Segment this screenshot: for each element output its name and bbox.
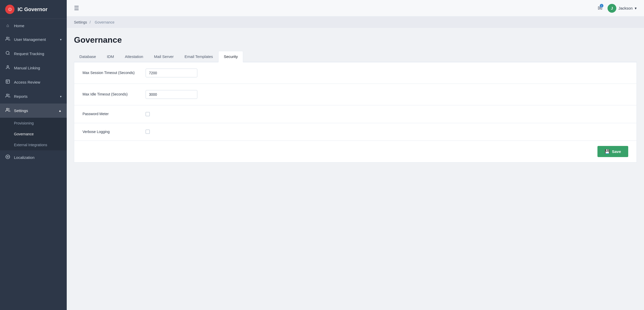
password-meter-checkbox-wrap <box>146 112 150 116</box>
sidebar-item-reports[interactable]: Reports ▾ <box>0 89 67 104</box>
breadcrumb: Settings / Governance <box>67 17 644 28</box>
user-management-arrow: ▾ <box>60 38 62 41</box>
max-session-input[interactable] <box>146 69 197 77</box>
svg-point-0 <box>6 37 8 39</box>
tab-security[interactable]: Security <box>218 51 243 62</box>
user-dropdown-arrow: ▾ <box>635 6 637 11</box>
svg-point-9 <box>7 156 9 158</box>
sidebar-item-request-tracking[interactable]: Request Tracking <box>0 47 67 61</box>
sidebar-logo: ⊙ IC Governor <box>0 0 67 19</box>
max-idle-input[interactable] <box>146 90 197 99</box>
verbose-logging-row: Verbose Logging <box>74 123 636 141</box>
content-area: Settings / Governance Governance Databas… <box>67 17 644 310</box>
sidebar-item-manual-linking-label: Manual Linking <box>14 66 40 70</box>
header-right: ✉ 1 J Jackson ▾ <box>598 4 637 13</box>
user-menu-button[interactable]: J Jackson ▾ <box>608 4 637 13</box>
password-meter-checkbox[interactable] <box>146 112 150 116</box>
localization-icon <box>5 154 10 160</box>
sidebar-item-settings[interactable]: Settings ▲ <box>0 104 67 118</box>
avatar: J <box>608 4 616 13</box>
sidebar-item-settings-label: Settings <box>14 108 28 113</box>
sidebar-item-localization-label: Localization <box>14 155 34 160</box>
max-session-row: Max Session Timeout (Seconds) <box>74 62 636 84</box>
sidebar-item-access-review[interactable]: Access Review <box>0 75 67 89</box>
user-name: Jackson <box>618 6 633 10</box>
save-button-label: Save <box>612 149 621 154</box>
breadcrumb-current: Governance <box>95 20 114 24</box>
tab-idm[interactable]: IDM <box>101 51 119 62</box>
tab-database[interactable]: Database <box>74 51 101 62</box>
save-row: 💾 Save <box>74 141 637 163</box>
page-title: Governance <box>74 35 637 45</box>
tab-attestation[interactable]: Attestation <box>119 51 149 62</box>
svg-point-10 <box>6 155 10 159</box>
svg-line-2 <box>9 54 9 55</box>
sidebar-item-home[interactable]: ⌂ Home <box>0 19 67 32</box>
max-idle-row: Max Idle Timeout (Seconds) <box>74 84 636 105</box>
access-review-icon <box>5 79 10 85</box>
sidebar-subitem-governance[interactable]: Governance <box>0 129 67 139</box>
app-logo-icon: ⊙ <box>5 5 14 14</box>
reports-icon <box>5 93 10 99</box>
verbose-logging-label: Verbose Logging <box>83 129 139 135</box>
svg-rect-4 <box>6 80 10 83</box>
home-icon: ⌂ <box>5 23 10 28</box>
settings-panel: Max Session Timeout (Seconds) Max Idle T… <box>74 62 637 141</box>
main-area: ☰ ✉ 1 J Jackson ▾ Settings / Governance … <box>67 0 644 310</box>
sidebar-subitem-provisioning-label: Provisioning <box>14 121 34 125</box>
mail-badge: 1 <box>600 4 603 8</box>
verbose-logging-checkbox-wrap <box>146 130 150 134</box>
svg-point-7 <box>6 94 8 95</box>
settings-icon <box>5 108 10 114</box>
save-button[interactable]: 💾 Save <box>597 146 628 157</box>
sidebar-item-manual-linking[interactable]: Manual Linking <box>0 61 67 75</box>
user-management-icon <box>5 36 10 42</box>
hamburger-button[interactable]: ☰ <box>74 5 79 12</box>
sidebar-item-access-review-label: Access Review <box>14 80 40 84</box>
tab-email-templates[interactable]: Email Templates <box>179 51 218 62</box>
sidebar-item-home-label: Home <box>14 24 24 28</box>
breadcrumb-parent[interactable]: Settings <box>74 20 87 24</box>
sidebar-item-user-management[interactable]: User Management ▾ <box>0 32 67 47</box>
password-meter-row: Password Meter <box>74 105 636 123</box>
max-session-label: Max Session Timeout (Seconds) <box>83 70 139 76</box>
sidebar-item-request-tracking-label: Request Tracking <box>14 51 44 56</box>
svg-point-1 <box>6 51 9 54</box>
manual-linking-icon <box>5 65 10 71</box>
password-meter-label: Password Meter <box>83 112 139 117</box>
request-tracking-icon <box>5 51 10 57</box>
app-name: IC Governor <box>18 6 48 12</box>
sidebar-item-user-management-label: User Management <box>14 37 46 42</box>
sidebar-subitem-external-integrations[interactable]: External Integrations <box>0 139 67 150</box>
svg-point-8 <box>6 108 8 110</box>
save-icon: 💾 <box>605 149 610 154</box>
sidebar-subitem-provisioning[interactable]: Provisioning <box>0 118 67 129</box>
svg-point-3 <box>7 65 9 67</box>
tabs-bar: Database IDM Attestation Mail Server Ema… <box>74 51 637 62</box>
max-idle-label: Max Idle Timeout (Seconds) <box>83 92 139 97</box>
header: ☰ ✉ 1 J Jackson ▾ <box>67 0 644 17</box>
sidebar-item-reports-label: Reports <box>14 94 28 99</box>
sidebar: ⊙ IC Governor ⌂ Home User Management ▾ R… <box>0 0 67 310</box>
verbose-logging-checkbox[interactable] <box>146 130 150 134</box>
tab-mail-server[interactable]: Mail Server <box>149 51 179 62</box>
mail-button[interactable]: ✉ 1 <box>598 5 602 12</box>
settings-arrow: ▲ <box>58 109 62 113</box>
breadcrumb-separator: / <box>89 20 91 24</box>
settings-subitems: Provisioning Governance External Integra… <box>0 118 67 150</box>
sidebar-subitem-external-integrations-label: External Integrations <box>14 143 47 147</box>
sidebar-subitem-governance-label: Governance <box>14 132 34 136</box>
sidebar-item-localization[interactable]: Localization <box>0 150 67 165</box>
reports-arrow: ▾ <box>60 95 62 98</box>
page-body: Governance Database IDM Attestation Mail… <box>67 28 644 170</box>
